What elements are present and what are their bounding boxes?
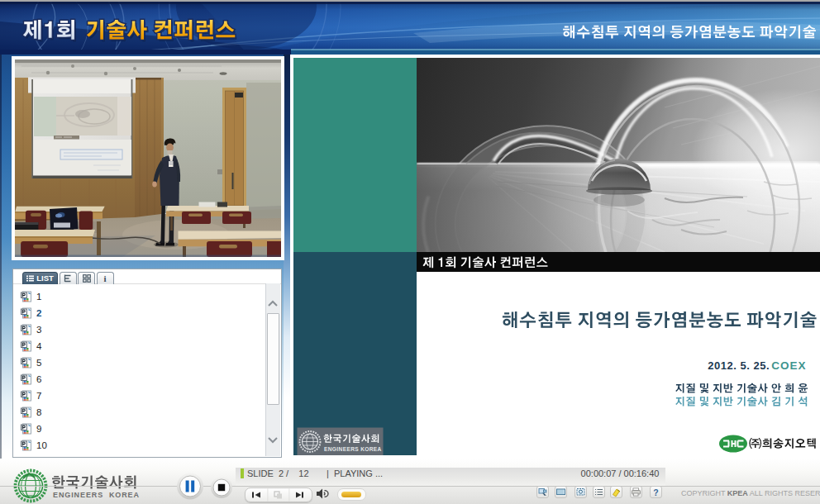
svg-text:ENGINEERS KOREA: ENGINEERS KOREA <box>324 446 382 452</box>
svg-text:2012. 5. 25.: 2012. 5. 25. <box>708 359 770 372</box>
svg-text:COEX: COEX <box>771 359 806 372</box>
svg-text:?: ? <box>653 487 658 497</box>
